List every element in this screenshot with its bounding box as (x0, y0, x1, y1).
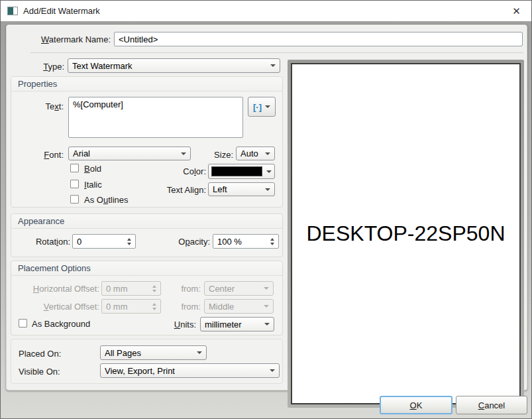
add-edit-watermark-dialog: Add/Edit Watermark ✕ Watermark Name: <Un… (0, 0, 532, 419)
placement-options-caption: Placement Options (11, 261, 282, 276)
chevron-down-icon (264, 323, 270, 326)
as-outlines-checkbox[interactable] (70, 195, 79, 204)
spin-up-icon (152, 285, 156, 288)
vertical-from-select: Middle (204, 299, 274, 314)
watermark-name-input[interactable]: <Untitled> (114, 32, 523, 46)
chevron-down-icon (270, 369, 275, 372)
preview-pane: DESKTOP-22SP50N (288, 60, 524, 408)
chevron-down-icon (197, 351, 202, 354)
horizontal-offset-input: 0 mm (101, 281, 161, 296)
text-label: Text: (11, 101, 64, 111)
divider (30, 52, 523, 53)
chevron-down-icon (265, 152, 270, 155)
properties-caption: Properties (11, 77, 282, 91)
close-icon: ✕ (512, 5, 521, 17)
size-label: Size: (170, 150, 233, 160)
spin-down-icon (152, 308, 156, 310)
opacity-input[interactable]: 100 % (213, 234, 279, 249)
horizontal-from-select: Center (204, 281, 274, 296)
as-background-checkbox[interactable] (19, 319, 27, 328)
size-select[interactable]: Auto (236, 147, 275, 160)
watermark-preview-text: DESKTOP-22SP50N (307, 221, 505, 246)
ok-button[interactable]: OK (380, 396, 452, 414)
opacity-label: Opacity: (144, 237, 210, 247)
as-outlines-label[interactable]: As Outlines (84, 195, 129, 205)
placement-options-group: Placement Options Horizontal Offset: 0 m… (11, 261, 283, 335)
from-label: from: (169, 284, 201, 294)
chevron-down-icon (265, 105, 270, 108)
preview-page: DESKTOP-22SP50N (291, 63, 521, 404)
content-panel: Watermark Name: <Untitled> Type: Text Wa… (6, 25, 527, 390)
app-icon (7, 7, 18, 15)
rotation-input[interactable]: 0 (72, 234, 136, 249)
bold-label[interactable]: Bold (84, 164, 101, 174)
chevron-down-icon (265, 188, 270, 191)
macro-icon: [·] (253, 102, 262, 112)
spin-up-icon[interactable] (127, 238, 131, 241)
color-label: Color: (111, 166, 206, 176)
text-align-select[interactable]: Left (208, 182, 275, 196)
text-align-label: Text Align: (111, 185, 206, 195)
type-select[interactable]: Text Watermark (68, 58, 280, 73)
spin-up-icon (152, 303, 156, 306)
appearance-group: Appearance Rotation: 0 Opacity: 100 % (11, 213, 283, 257)
properties-group: Properties Text: %[Computer] [·] Font: A… (11, 76, 283, 208)
as-background-label[interactable]: As Background (32, 319, 90, 329)
bold-checkbox[interactable] (70, 164, 79, 172)
chevron-down-icon (264, 305, 269, 308)
spin-down-icon[interactable] (127, 243, 131, 245)
color-select[interactable] (208, 164, 275, 179)
font-label: Font: (11, 150, 64, 160)
cancel-button[interactable]: Cancel (456, 396, 527, 414)
rotation-label: Rotation: (11, 237, 70, 247)
visible-on-label: Visible On: (19, 367, 60, 377)
placed-on-label: Placed On: (19, 349, 61, 359)
vertical-offset-input: 0 mm (101, 299, 161, 314)
close-button[interactable]: ✕ (502, 1, 531, 21)
placed-on-select[interactable]: All Pages (100, 345, 207, 360)
macro-button[interactable]: [·] (248, 97, 276, 117)
italic-label[interactable]: Italic (84, 180, 102, 190)
window-title: Add/Edit Watermark (23, 6, 100, 16)
spin-down-icon (152, 290, 156, 292)
units-select[interactable]: millimeter (200, 317, 274, 331)
chevron-down-icon (264, 287, 269, 290)
type-label: Type: (7, 62, 64, 72)
chevron-down-icon (266, 170, 272, 173)
text-input[interactable]: %[Computer] (68, 97, 243, 138)
spin-up-icon[interactable] (270, 238, 274, 241)
visible-on-select[interactable]: View, Export, Print (100, 363, 280, 378)
color-swatch (211, 166, 262, 176)
italic-checkbox[interactable] (70, 180, 79, 188)
pages-section: Placed On: All Pages Visible On: View, E… (11, 339, 283, 384)
chevron-down-icon (270, 64, 276, 67)
vertical-offset-label: Vertical Offset: (11, 302, 99, 312)
watermark-name-label: Watermark Name: (7, 34, 111, 44)
appearance-caption: Appearance (11, 214, 282, 229)
titlebar: Add/Edit Watermark ✕ (1, 1, 531, 21)
units-label: Units: (147, 320, 196, 329)
from-label: from: (169, 302, 201, 312)
horizontal-offset-label: Horizontal Offset: (11, 284, 99, 294)
spin-down-icon[interactable] (270, 243, 274, 245)
